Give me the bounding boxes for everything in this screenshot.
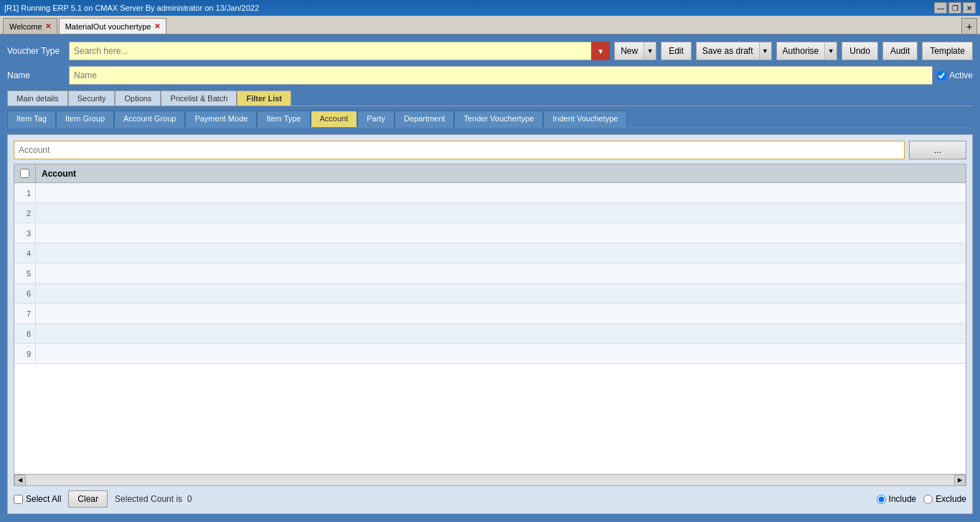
tab-pricelist-batch[interactable]: Pricelist & Batch (161, 90, 237, 106)
maximize-button[interactable]: ❐ (948, 2, 961, 14)
table-body[interactable]: 1 2 3 4 5 6 7 8 9 (14, 183, 966, 474)
include-label: Include (889, 494, 917, 504)
row-number: 5 (14, 264, 36, 283)
filter-tab-item-type[interactable]: Item Type (257, 111, 310, 127)
voucher-type-label: Voucher Type (7, 46, 65, 56)
active-checkbox-wrapper: Active (937, 70, 973, 80)
new-dropdown-arrow[interactable]: ▼ (644, 42, 656, 60)
tab-welcome-label: Welcome (9, 22, 42, 31)
row-number: 2 (14, 203, 36, 223)
new-button[interactable]: New (614, 42, 644, 60)
tab-filter-list[interactable]: Filter List (237, 90, 291, 106)
name-label: Name (7, 70, 65, 80)
undo-button[interactable]: Undo (842, 42, 878, 60)
table-header: Account (14, 164, 966, 183)
filter-tab-payment-mode[interactable]: Payment Mode (185, 111, 257, 127)
table-row: 9 (14, 344, 966, 364)
filter-tab-tender-vouchertype[interactable]: Tender Vouchertype (454, 111, 543, 127)
template-button[interactable]: Template (922, 42, 973, 60)
authorise-button[interactable]: Authorise (776, 42, 825, 60)
save-draft-button-group: Save as draft ▼ (696, 42, 772, 60)
voucher-type-dropdown-arrow[interactable] (591, 42, 610, 60)
new-button-group: New ▼ (614, 42, 656, 60)
save-draft-dropdown-arrow[interactable]: ▼ (759, 42, 772, 60)
active-label: Active (949, 70, 973, 80)
row-number: 1 (14, 183, 36, 202)
dots-button[interactable]: ... (909, 141, 966, 159)
voucher-type-search-input[interactable] (69, 42, 610, 60)
selected-count-text: Selected Count is 0 (115, 494, 192, 504)
filter-subtabs: Item Tag Item Group Account Group Paymen… (7, 111, 973, 129)
edit-button[interactable]: Edit (661, 42, 692, 60)
account-search-input[interactable] (14, 141, 905, 159)
name-row: Name Active (7, 66, 973, 85)
filter-tab-item-tag[interactable]: Item Tag (7, 111, 56, 127)
table-row: 6 (14, 284, 966, 304)
table-row: 3 (14, 223, 966, 243)
active-checkbox[interactable] (937, 71, 946, 80)
table-row: 8 (14, 324, 966, 344)
window-title: [R1] Running ERP 5.1 on CMAX Server By a… (4, 4, 259, 12)
tab-bar: Welcome ✕ MaterialOut vouchertype ✕ + (0, 16, 980, 34)
tab-materialout-label: MaterialOut vouchertype (65, 22, 151, 31)
select-all-checkbox[interactable] (14, 495, 23, 504)
selected-count-label: Selected Count is (115, 494, 182, 504)
row-number: 8 (14, 324, 36, 343)
filter-tab-item-group[interactable]: Item Group (56, 111, 114, 127)
exclude-label: Exclude (936, 494, 966, 504)
account-table: Account 1 2 3 4 5 6 7 8 (14, 164, 966, 486)
close-window-button[interactable]: ✕ (963, 2, 976, 14)
table-row: 7 (14, 304, 966, 324)
filter-tab-account[interactable]: Account (311, 111, 358, 127)
voucher-type-search-wrapper (69, 42, 610, 60)
header-checkbox-cell (14, 164, 36, 182)
tab-options[interactable]: Options (115, 90, 161, 106)
audit-button[interactable]: Audit (882, 42, 918, 60)
row-number: 4 (14, 243, 36, 263)
title-bar: [R1] Running ERP 5.1 on CMAX Server By a… (0, 0, 980, 16)
account-search-row: ... (14, 141, 966, 159)
include-exclude-wrapper: Include Exclude (877, 494, 966, 504)
table-row: 2 (14, 203, 966, 223)
table-row: 1 (14, 183, 966, 203)
tab-welcome-close[interactable]: ✕ (45, 22, 51, 30)
section-tabs: Main details Security Options Pricelist … (7, 90, 973, 106)
row-number: 7 (14, 304, 36, 323)
tab-materialout[interactable]: MaterialOut vouchertype ✕ (59, 18, 166, 34)
table-row: 4 (14, 243, 966, 264)
clear-button[interactable]: Clear (68, 490, 108, 508)
bottom-bar: Select All Clear Selected Count is 0 Inc… (14, 490, 966, 508)
include-radio[interactable] (877, 495, 886, 504)
account-column-header: Account (36, 169, 954, 179)
row-number: 3 (14, 223, 36, 243)
account-panel: ... Account 1 2 3 4 5 (7, 134, 973, 514)
row-number: 6 (14, 284, 36, 303)
scroll-right-button[interactable]: ▶ (954, 475, 966, 486)
add-tab-button[interactable]: + (961, 18, 977, 34)
filter-tab-party[interactable]: Party (357, 111, 395, 127)
row-number: 9 (14, 344, 36, 363)
tab-security[interactable]: Security (68, 90, 116, 106)
tab-materialout-close[interactable]: ✕ (154, 22, 160, 30)
title-controls: — ❐ ✕ (934, 2, 976, 14)
table-row: 5 (14, 264, 966, 284)
name-input[interactable] (69, 66, 933, 85)
exclude-radio-wrapper: Exclude (923, 494, 966, 504)
selected-count-value: 0 (187, 494, 192, 504)
minimize-button[interactable]: — (934, 2, 947, 14)
authorise-dropdown-arrow[interactable]: ▼ (824, 42, 837, 60)
select-all-label: Select All (26, 494, 61, 504)
toolbar-row: Voucher Type New ▼ Edit Save as draft ▼ … (7, 42, 973, 60)
tab-main-details[interactable]: Main details (7, 90, 68, 106)
horizontal-scrollbar[interactable]: ◀ ▶ (14, 474, 966, 485)
scroll-left-button[interactable]: ◀ (14, 475, 26, 486)
h-scroll-track[interactable] (26, 475, 954, 485)
tab-welcome[interactable]: Welcome ✕ (3, 18, 57, 34)
include-radio-wrapper: Include (877, 494, 917, 504)
exclude-radio[interactable] (923, 495, 933, 504)
header-checkbox[interactable] (20, 169, 29, 178)
filter-tab-account-group[interactable]: Account Group (114, 111, 185, 127)
filter-tab-department[interactable]: Department (395, 111, 454, 127)
filter-tab-indent-vouchetype[interactable]: Indent Vouchetype (543, 111, 627, 127)
save-draft-button[interactable]: Save as draft (696, 42, 759, 60)
